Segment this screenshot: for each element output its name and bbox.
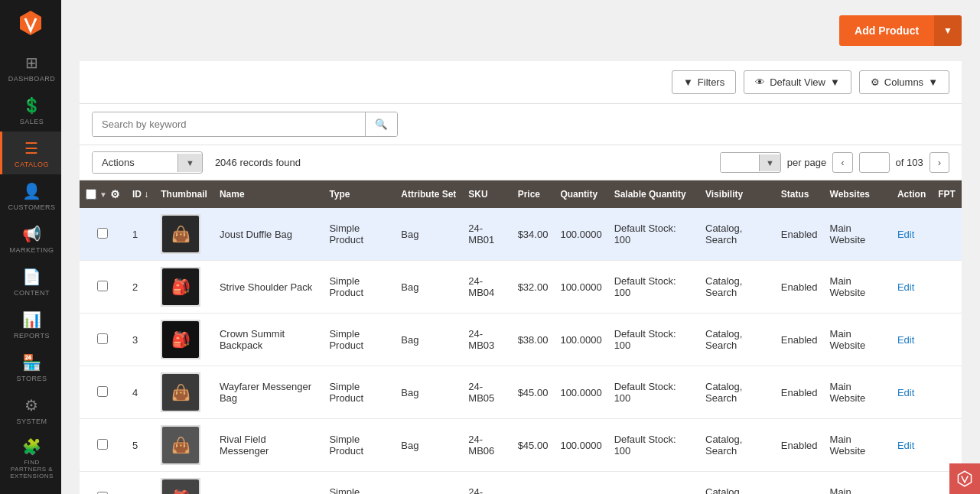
status-col-header[interactable]: Status (775, 180, 824, 208)
filters-button[interactable]: ▼ Filters (672, 70, 736, 94)
row-fpt (932, 366, 962, 419)
row-sku: 24-MB01 (462, 208, 511, 261)
sidebar-item-extensions[interactable]: 🧩 FIND PARTNERS & EXTENSIONS (0, 431, 61, 484)
sidebar-item-label: SALES (20, 118, 44, 125)
filters-label: Filters (698, 76, 724, 88)
price-col-header[interactable]: Price (512, 180, 555, 208)
main-content: Add Product ▼ ▼ Filters 👁 Default View ▼… (61, 0, 980, 494)
row-websites: Main Website (824, 419, 891, 472)
stores-icon: 🏪 (22, 353, 42, 372)
row-checkbox[interactable] (97, 439, 108, 450)
edit-link[interactable]: Edit (897, 229, 914, 240)
per-page-input[interactable]: 20 (721, 153, 759, 172)
sidebar-item-customers[interactable]: 👤 CUSTOMERS (0, 174, 61, 217)
sidebar-item-label: FIND PARTNERS & EXTENSIONS (5, 459, 58, 479)
salable-quantity-col-header[interactable]: Salable Quantity (608, 180, 699, 208)
actions-select-wrap: Actions Delete Change Status ▼ (92, 151, 203, 174)
row-visibility: Catalog, Search (699, 261, 775, 314)
search-input[interactable] (93, 112, 365, 136)
table-row: 2 🎒 Strive Shoulder Pack Simple Product … (80, 261, 962, 314)
row-checkbox[interactable] (97, 333, 108, 344)
row-checkbox[interactable] (97, 281, 108, 291)
row-visibility: Catalog, Search (699, 419, 775, 472)
row-sku: 24-MB04 (462, 261, 511, 314)
id-col-header[interactable]: ID ↓ (126, 180, 155, 208)
thumbnail-col-header: Thumbnail (155, 180, 213, 208)
add-product-button[interactable]: Add Product (839, 15, 934, 46)
row-checkbox-cell (80, 314, 126, 366)
per-page-wrap: 20 ▼ (720, 152, 781, 173)
websites-col-header[interactable]: Websites (824, 180, 891, 208)
actions-select[interactable]: Actions Delete Change Status (93, 152, 177, 173)
add-product-dropdown-button[interactable]: ▼ (934, 15, 962, 46)
row-status: Enabled (775, 419, 824, 472)
row-price: $32.00 (512, 261, 555, 314)
row-attribute-set: Bag (395, 208, 462, 261)
sidebar-item-content[interactable]: 📄 CONTENT (0, 260, 61, 303)
type-col-header[interactable]: Type (323, 180, 395, 208)
sidebar-item-sales[interactable]: 💲 SALES (0, 89, 61, 132)
sidebar-item-reports[interactable]: 📊 REPORTS (0, 303, 61, 346)
row-price: $45.00 (512, 366, 555, 419)
sidebar-item-stores[interactable]: 🏪 STORES (0, 346, 61, 388)
select-all-arrow[interactable]: ▼ (99, 190, 107, 199)
row-status: Enabled (775, 314, 824, 366)
row-action: Edit (891, 366, 932, 419)
row-price: $38.00 (512, 314, 555, 366)
quantity-col-header[interactable]: Quantity (554, 180, 607, 208)
pagination-wrap: 20 ▼ per page ‹ 1 of 103 › (720, 152, 949, 173)
row-salable-quantity: Default Stock: 100 (608, 261, 699, 314)
edit-link[interactable]: Edit (897, 387, 914, 398)
row-websites: Main Website (824, 261, 891, 314)
row-id: 6 (126, 472, 155, 495)
page-number-input[interactable]: 1 (859, 152, 890, 173)
sidebar-logo[interactable] (0, 0, 61, 46)
fpt-col-header: FPT (932, 180, 962, 208)
default-view-button[interactable]: 👁 Default View ▼ (744, 70, 851, 94)
select-all-checkbox[interactable] (86, 189, 96, 200)
row-visibility: Catalog, Search (699, 472, 775, 495)
row-id: 2 (126, 261, 155, 314)
row-name: Joust Duffle Bag (213, 208, 323, 261)
row-checkbox[interactable] (97, 386, 108, 397)
table-row: 6 🎒 Fusion Backpack Simple Product Bag 2… (80, 472, 962, 495)
sidebar-item-catalog[interactable]: ☰ CATALOG (0, 132, 61, 174)
reports-icon: 📊 (22, 310, 42, 329)
attribute-set-col-header[interactable]: Attribute Set (395, 180, 462, 208)
row-salable-quantity: Default Stock: 100 (608, 419, 699, 472)
sidebar-item-dashboard[interactable]: ⊞ DASHBOARD (0, 46, 61, 89)
row-action: Edit (891, 419, 932, 472)
products-table-wrap: ▼ ⚙ ID ↓ Thumbnail Name Type Attribute S… (80, 180, 962, 494)
columns-button[interactable]: ⚙ Columns ▼ (859, 70, 949, 94)
row-status: Enabled (775, 261, 824, 314)
eye-icon: 👁 (755, 76, 765, 88)
row-thumbnail: 👜 (155, 208, 213, 261)
row-quantity: 100.0000 (554, 419, 607, 472)
extensions-icon: 🧩 (22, 437, 42, 456)
row-thumbnail: 👜 (155, 419, 213, 472)
row-action: Edit (891, 314, 932, 366)
row-status: Enabled (775, 366, 824, 419)
visibility-col-header[interactable]: Visibility (699, 180, 775, 208)
sidebar-item-marketing[interactable]: 📢 MARKETING (0, 217, 61, 260)
select-all-col: ▼ ⚙ (80, 180, 126, 208)
page-total: of 103 (896, 157, 923, 168)
row-sku: 24-MB03 (462, 314, 511, 366)
edit-link[interactable]: Edit (897, 281, 914, 293)
search-button[interactable]: 🔍 (365, 112, 397, 136)
sidebar-item-label: STORES (17, 375, 47, 382)
sku-col-header[interactable]: SKU (462, 180, 511, 208)
edit-link[interactable]: Edit (897, 440, 914, 451)
row-checkbox[interactable] (97, 492, 108, 495)
sidebar-item-system[interactable]: ⚙ SYSTEM (0, 388, 61, 431)
row-checkbox[interactable] (97, 228, 108, 239)
bottom-widget[interactable] (949, 463, 980, 494)
edit-link[interactable]: Edit (897, 334, 914, 346)
per-page-arrow[interactable]: ▼ (759, 154, 780, 171)
table-settings-icon[interactable]: ⚙ (110, 188, 120, 200)
name-col-header[interactable]: Name (213, 180, 323, 208)
prev-page-button[interactable]: ‹ (832, 152, 852, 173)
next-page-button[interactable]: › (930, 152, 949, 173)
sidebar-item-label: MARKETING (9, 246, 54, 254)
row-id: 1 (126, 208, 155, 261)
